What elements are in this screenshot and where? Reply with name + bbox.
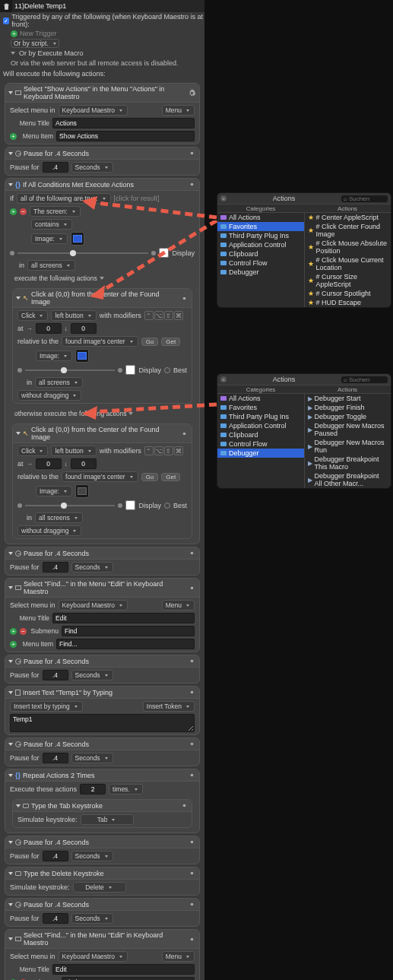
y-field[interactable] [71,323,97,334]
action-item[interactable]: ▶Debugger Start [305,394,391,403]
if-mode-dropdown[interactable]: all of the following are true: [17,193,111,204]
image-well[interactable] [75,484,89,498]
drag-dd[interactable]: without dragging [17,390,81,401]
modifiers[interactable]: ⌃⌥⇧⌘ [144,311,183,320]
submenu-field[interactable] [62,626,195,636]
relative-dd[interactable]: found image's center [62,336,138,347]
if-hint[interactable]: [click for result] [114,195,160,202]
disclosure-toggle[interactable] [16,297,21,300]
contains-dropdown[interactable]: contains [31,219,72,230]
action-item[interactable]: ★# Center AppleScript [305,213,391,222]
category-item[interactable]: All Actions [217,394,304,403]
pause-value[interactable] [43,562,68,572]
menu-title-field[interactable] [52,118,195,128]
insert-text-field[interactable] [10,714,195,732]
image-well[interactable] [75,349,89,363]
menu-title-field[interactable] [52,613,195,623]
add-cond[interactable]: + [10,208,17,215]
action-item[interactable]: ★# Click Center Found Image [305,222,391,239]
category-item[interactable]: Debugger [217,268,304,277]
add-trigger-button[interactable]: + [11,30,17,37]
gear-icon[interactable] [188,584,196,592]
gear-icon[interactable] [188,180,196,189]
chevron-down-icon[interactable] [11,52,15,55]
gear-icon[interactable] [188,688,196,696]
disclosure-toggle[interactable] [8,152,13,155]
screens-dd[interactable]: all screens [35,377,83,388]
action-item[interactable]: ★# Click Mouse Absolute Position [305,239,391,255]
click-dd[interactable]: Click [17,310,48,321]
action-item[interactable]: ▶Debugger Toggle [305,412,391,421]
action-item[interactable]: ▶Debugger Breakpoint This Macro [305,455,391,471]
gear-icon[interactable] [188,657,196,665]
category-item[interactable]: Favorites [217,222,304,231]
search-field[interactable]: ⌕ [341,195,388,202]
trash-icon[interactable] [0,0,12,12]
category-item[interactable]: Debugger [217,449,304,458]
disclosure-toggle[interactable] [16,432,21,435]
display-check[interactable] [125,500,135,510]
category-item[interactable]: Third Party Plug Ins [217,412,304,421]
disclosure-toggle[interactable] [8,183,13,186]
enable-checkbox[interactable] [3,17,9,24]
button-dd[interactable]: left button [51,310,96,321]
action-item[interactable]: ▶Debugger Finish [305,403,391,412]
menu-dropdown[interactable]: Menu [162,105,195,116]
fuzz-slider[interactable] [25,369,115,371]
cond-dropdown[interactable]: The screen: [30,206,81,217]
get-button[interactable]: Get [161,473,180,481]
x-field[interactable] [36,458,62,469]
go-button[interactable]: Go [141,473,159,481]
action-item[interactable]: ▶Debugger New Macros Paused [305,421,391,438]
y-field[interactable] [71,458,97,469]
image-lbl[interactable]: Image: [31,233,68,244]
action-item[interactable]: ★# HUD Escape [305,298,391,307]
screens-dropdown[interactable]: all screens [27,260,75,271]
close-button[interactable]: × [220,195,227,201]
category-item[interactable]: Clipboard [217,430,304,439]
unit-dropdown[interactable]: Seconds [71,162,113,173]
gear-icon[interactable] [188,89,196,97]
action-item[interactable]: ★# Click Mouse Current Location [305,255,391,272]
col-actions[interactable]: Actions [304,205,391,212]
category-item[interactable]: All Actions [217,213,304,222]
best-radio[interactable] [164,367,170,373]
fuzz-slider[interactable] [17,252,148,254]
display-check[interactable] [159,248,169,258]
new-trigger[interactable]: New Trigger [20,30,57,37]
close-button[interactable]: × [220,376,227,382]
disclosure-toggle[interactable] [8,91,13,94]
search-field[interactable]: ⌕ [341,376,388,383]
category-item[interactable]: Control Flow [217,258,304,268]
best-radio[interactable] [164,503,170,509]
pause-value[interactable] [43,162,68,173]
add-row[interactable]: + [10,133,17,140]
menu-item-field[interactable] [56,639,195,649]
category-item[interactable]: Clipboard [217,249,304,258]
gear-icon[interactable] [188,149,196,157]
remove-cond[interactable]: − [20,208,27,215]
category-item[interactable]: Application Control [217,421,304,430]
image-lbl[interactable]: Image: [36,350,72,361]
insert-token[interactable]: Insert Token [143,701,195,712]
button-dd[interactable]: left button [51,446,96,456]
fuzz-slider[interactable] [25,505,115,506]
col-categories[interactable]: Categories [217,205,304,212]
repeat-count[interactable] [80,784,106,794]
image-well[interactable] [71,232,84,246]
action-item[interactable]: ▶Debugger Breakpoint All Other Macr... [305,471,391,488]
action-item[interactable]: ★# Cursor Spotlight [305,289,391,298]
gear-icon[interactable] [180,430,189,438]
chevron-down-icon[interactable] [128,412,133,415]
click-dd[interactable]: Click [17,446,48,456]
category-item[interactable]: Favorites [217,403,304,412]
category-item[interactable]: Application Control [217,240,304,249]
screens-dd[interactable]: all screens [35,512,83,523]
drag-dd[interactable]: without dragging [17,525,81,536]
x-field[interactable] [36,323,62,334]
key-field[interactable]: Tab [81,814,134,825]
gear-icon[interactable] [188,549,196,557]
action-item[interactable]: ▶Debugger New Macros Run [305,438,391,455]
modifiers[interactable]: ⌃⌥⇧⌘ [144,446,183,455]
get-button[interactable]: Get [161,338,180,346]
